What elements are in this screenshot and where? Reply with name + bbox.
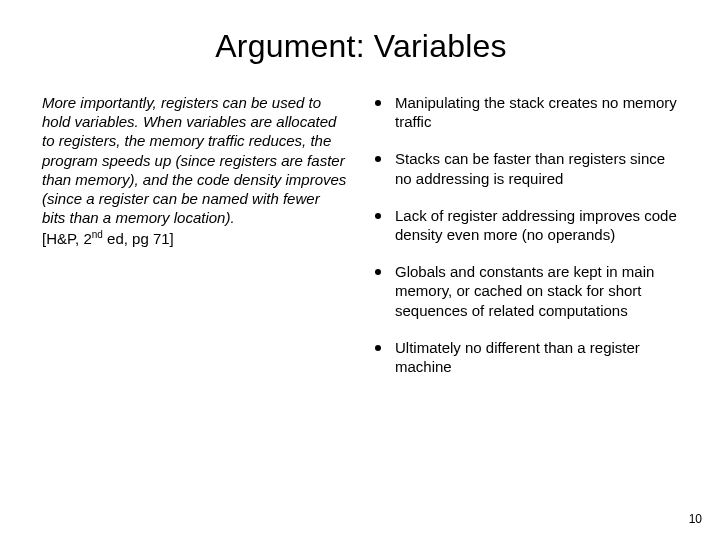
citation-superscript: nd xyxy=(92,229,103,240)
bullet-list: Manipulating the stack creates no memory… xyxy=(375,93,680,376)
bullet-icon xyxy=(375,213,381,219)
left-column: More importantly, registers can be used … xyxy=(42,93,347,376)
list-item: Manipulating the stack creates no memory… xyxy=(375,93,680,131)
columns: More importantly, registers can be used … xyxy=(42,93,680,376)
slide-title: Argument: Variables xyxy=(42,28,680,65)
bullet-icon xyxy=(375,269,381,275)
bullet-text: Globals and constants are kept in main m… xyxy=(395,262,680,320)
bullet-text: Lack of register addressing improves cod… xyxy=(395,206,680,244)
list-item: Lack of register addressing improves cod… xyxy=(375,206,680,244)
bullet-icon xyxy=(375,156,381,162)
list-item: Globals and constants are kept in main m… xyxy=(375,262,680,320)
bullet-text: Stacks can be faster than registers sinc… xyxy=(395,149,680,187)
bullet-text: Ultimately no different than a register … xyxy=(395,338,680,376)
quote-text: More importantly, registers can be used … xyxy=(42,93,347,227)
bullet-icon xyxy=(375,345,381,351)
citation: [H&P, 2nd ed, pg 71] xyxy=(42,229,347,248)
list-item: Stacks can be faster than registers sinc… xyxy=(375,149,680,187)
page-number: 10 xyxy=(689,512,702,526)
right-column: Manipulating the stack creates no memory… xyxy=(375,93,680,376)
citation-prefix: [H&P, 2 xyxy=(42,230,92,247)
slide: Argument: Variables More importantly, re… xyxy=(0,0,720,540)
bullet-text: Manipulating the stack creates no memory… xyxy=(395,93,680,131)
citation-suffix: ed, pg 71] xyxy=(103,230,174,247)
list-item: Ultimately no different than a register … xyxy=(375,338,680,376)
bullet-icon xyxy=(375,100,381,106)
